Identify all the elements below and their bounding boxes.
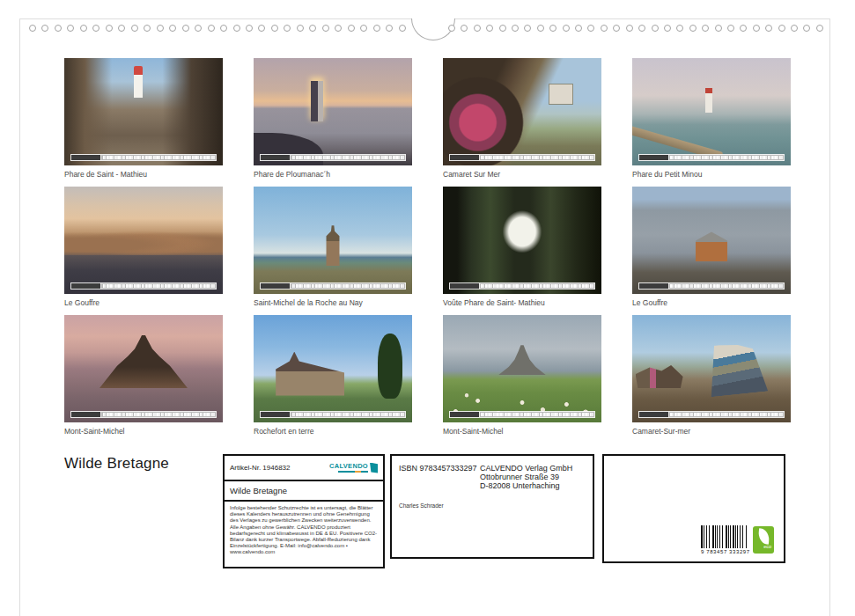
- day-cells: [669, 412, 784, 417]
- isbn-number: ISBN 9783457333297: [399, 464, 477, 490]
- day-cells: [480, 412, 594, 417]
- month-label-box: [71, 283, 100, 289]
- barcode-bars: [701, 525, 747, 548]
- month-label-box: [450, 412, 479, 417]
- photo-saint-michel-de-la-roche: [254, 187, 412, 294]
- month-label-box: [261, 412, 290, 417]
- barcode-box: 9 783457 333297 eco: [602, 454, 785, 563]
- author-name: Charles Schrader: [399, 502, 586, 509]
- photo-caption: Camaret Sur Mer: [443, 170, 601, 179]
- month-label-box: [261, 283, 290, 289]
- publisher-address: CALVENDO Verlag GmbH Ottobrunner Straße …: [480, 464, 586, 490]
- calendar-month-thumbnail: Phare de Saint - Mathieu: [64, 58, 223, 179]
- calendar-month-thumbnail: Le Gouffre: [64, 187, 223, 307]
- calvendo-mark-icon: [370, 463, 378, 473]
- mini-date-strip: [638, 411, 785, 418]
- calvendo-wordmark: CALVENDO: [329, 463, 368, 470]
- publisher-street: Ottobrunner Straße 39: [480, 473, 559, 481]
- day-cells: [291, 155, 405, 160]
- photo-caption: Le Gouffre: [64, 298, 223, 307]
- day-cells: [291, 412, 405, 417]
- month-label-box: [450, 155, 479, 160]
- day-cells: [291, 283, 405, 289]
- photo-phare-de-ploumanach: [254, 58, 412, 165]
- barcode-number: 9 783457 333297: [701, 549, 747, 554]
- calendar-month-thumbnail: Phare de Ploumanac´h: [254, 58, 412, 179]
- mini-date-strip: [449, 282, 595, 290]
- photo-phare-de-saint-mathieu: [64, 58, 223, 165]
- calendar-month-thumbnail: Phare du Petit Minou: [632, 58, 791, 179]
- calendar-back-page: Phare de Saint - Mathieu Phare de Plouma…: [0, 0, 855, 616]
- day-cells: [669, 283, 784, 289]
- isbn-publisher-row: ISBN 9783457333297 CALVENDO Verlag GmbH …: [399, 464, 586, 490]
- calendar-month-thumbnail: Mont-Saint-Michel: [443, 315, 601, 436]
- mini-date-strip: [449, 154, 595, 161]
- calendar-month-thumbnail: Voûte Phare de Saint- Mathieu: [443, 187, 601, 307]
- photo-caption: Camaret-Sur-mer: [632, 427, 791, 436]
- article-number-row: Artikel-Nr. 1946832 CALVENDO: [225, 456, 383, 481]
- calendar-month-thumbnail: Saint-Michel de la Roche au Nay: [254, 187, 412, 307]
- calendar-month-thumbnail: Camaret-Sur-mer: [632, 315, 791, 436]
- day-cells: [669, 155, 784, 160]
- mini-date-strip: [260, 154, 406, 161]
- spiral-binding-holes-right: [448, 25, 823, 33]
- photo-mont-saint-michel-dusk: [64, 315, 223, 422]
- photo-le-gouffre-house: [632, 187, 791, 294]
- calvendo-wordmark-wrap: CALVENDO: [329, 463, 368, 473]
- calendar-month-thumbnail: Le Gouffre: [632, 187, 791, 307]
- mini-date-strip: [260, 282, 406, 290]
- month-label-box: [261, 155, 290, 160]
- photo-thumbnail-grid: Phare de Saint - Mathieu Phare de Plouma…: [64, 58, 791, 436]
- photo-caption: Phare de Ploumanac´h: [254, 170, 412, 179]
- day-cells: [101, 283, 216, 289]
- photo-caption: Rochefort en terre: [254, 427, 412, 436]
- photo-camaret-sur-mer-wreck: [443, 58, 601, 165]
- month-label-box: [71, 155, 100, 160]
- photo-caption: Saint-Michel de la Roche au Nay: [254, 298, 412, 307]
- photo-caption: Le Gouffre: [632, 298, 791, 307]
- photo-caption: Phare de Saint - Mathieu: [64, 170, 223, 179]
- photo-caption: Voûte Phare de Saint- Mathieu: [443, 298, 601, 307]
- mini-date-strip: [70, 411, 217, 418]
- day-cells: [480, 155, 594, 160]
- calendar-title-row: Wilde Bretagne: [225, 481, 383, 502]
- photo-caption: Phare du Petit Minou: [632, 170, 791, 179]
- calendar-month-thumbnail: Mont-Saint-Michel: [64, 315, 223, 436]
- spiral-binding-holes-left: [29, 25, 406, 33]
- photo-rochefort-en-terre: [254, 315, 412, 422]
- legal-text: Infolge bestehender Schutzrechte ist es …: [225, 502, 383, 560]
- calendar-month-thumbnail: Rochefort en terre: [254, 315, 412, 436]
- page-title: Wilde Bretagne: [64, 455, 169, 473]
- day-cells: [480, 283, 594, 289]
- article-number: Artikel-Nr. 1946832: [230, 464, 290, 472]
- ean-barcode: 9 783457 333297: [701, 525, 747, 554]
- month-label-box: [639, 412, 668, 417]
- photo-caption: Mont-Saint-Michel: [443, 427, 601, 436]
- eco-label: eco: [753, 544, 774, 549]
- photo-phare-du-petit-minou: [632, 58, 791, 165]
- publisher-name: CALVENDO Verlag GmbH: [480, 464, 572, 473]
- mini-date-strip: [260, 411, 406, 418]
- mini-date-strip: [449, 411, 595, 418]
- photo-camaret-sur-mer-boats: [632, 315, 791, 422]
- day-cells: [101, 412, 216, 417]
- leaf-icon: [756, 528, 770, 545]
- mini-date-strip: [70, 282, 217, 290]
- mini-date-strip: [638, 282, 785, 290]
- calendar-month-thumbnail: Camaret Sur Mer: [443, 58, 601, 179]
- month-label-box: [450, 283, 479, 289]
- photo-voute-saint-mathieu: [443, 187, 601, 294]
- calvendo-logo: CALVENDO: [329, 463, 378, 473]
- month-label-box: [639, 283, 668, 289]
- product-info-box: Artikel-Nr. 1946832 CALVENDO Wilde Breta…: [223, 454, 385, 568]
- mini-date-strip: [70, 154, 217, 161]
- photo-mont-saint-michel-sheep: [443, 315, 601, 422]
- isbn-publisher-box: ISBN 9783457333297 CALVENDO Verlag GmbH …: [390, 454, 594, 559]
- photo-caption: Mont-Saint-Michel: [64, 427, 223, 436]
- calendar-sheet: Phare de Saint - Mathieu Phare de Plouma…: [19, 18, 830, 616]
- calvendo-tagline-bar: [338, 471, 368, 473]
- eco-badge: eco: [753, 526, 774, 554]
- month-label-box: [71, 412, 100, 417]
- day-cells: [101, 155, 216, 160]
- mini-date-strip: [638, 154, 785, 161]
